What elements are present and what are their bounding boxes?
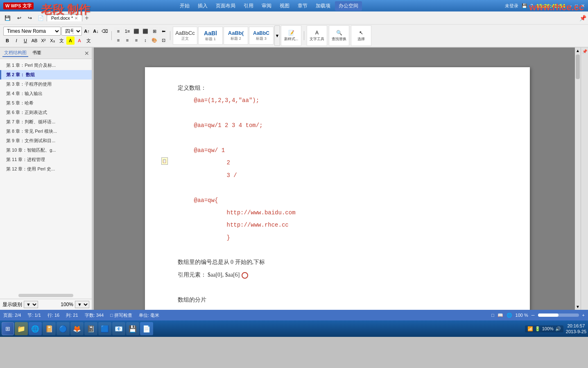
sidebar-item-ch5[interactable]: 第 5 章：哈希 [0,98,92,108]
sidebar-item-ch6[interactable]: 第 6 章：正则表达式 [0,108,92,117]
sidebar-item-ch3[interactable]: 第 3 章：子程序的使用 [0,80,92,89]
undo-btn[interactable]: ↩ [14,14,24,22]
start-icon: ⊞ [5,325,10,332]
superscript-btn[interactable]: X² [39,36,47,45]
style-h2[interactable]: AaBb( 标题 2 [224,27,248,45]
sidebar-header: 文档结构图 书签 ✕ [0,48,92,59]
sidebar-item-ch10[interactable]: 第 10 章：智能匹配、g... [0,145,92,155]
sidebar-close-btn[interactable]: ✕ [84,50,89,57]
menu-reference[interactable]: 引用 [240,1,257,11]
font-size-select[interactable]: 四号 [61,27,82,36]
new-style-group[interactable]: 📝 新样式... [281,25,301,46]
scroll-up-btn[interactable]: ▲ [576,48,580,53]
save-btn[interactable]: 💾 [2,14,14,22]
zoom-slider[interactable] [538,313,579,317]
sidebar-item-ch12[interactable]: 第 12 章：使用 Perl 史... [0,164,92,174]
zoom-dec-btn[interactable]: ─ [531,313,535,318]
taskbar-firefox-icon[interactable]: 🦊 [70,322,84,335]
sidebar-item-ch11[interactable]: 第 11 章：进程管理 [0,155,92,164]
taskbar-blue-icon[interactable]: 🟦 [98,322,111,335]
justify-btn[interactable]: ≡ [132,36,140,44]
level-select[interactable]: ▼ [24,301,38,308]
sidebar-tab-bookmark[interactable]: 书签 [31,49,43,57]
doc-area[interactable]: 📋 定义数组： @aa=(1,2,3,4,"aa"); @aa=qw/1 2 3… [94,48,581,310]
view-web-btn[interactable]: 🌐 [507,313,512,318]
strikethrough-btn[interactable]: AB [30,36,38,45]
align-center-btn[interactable]: ⬛ [141,27,149,35]
font-size-dec-btn[interactable]: A↓ [92,27,100,35]
menu-chapter[interactable]: 章节 [294,1,311,11]
right-pin-icon[interactable]: 📌 [582,49,587,54]
taskbar-browser-icon[interactable]: 🌐 [29,322,42,335]
sidebar-item-ch2[interactable]: 第 2 章： 数组 [0,70,92,80]
zoom-select[interactable]: ▼ [75,301,89,308]
bold-btn[interactable]: B [3,36,11,45]
shading-btn[interactable]: 🎨 [150,36,158,44]
taskbar-circle-icon[interactable]: 🔵 [57,322,70,335]
sidebar-item-ch1[interactable]: 第 1 章：Perl 简介及标... [0,61,92,70]
text-tool-group[interactable]: A 文字工具 [307,25,327,46]
sidebar-tab-structure[interactable]: 文档结构图 [2,49,28,57]
view-normal-btn[interactable]: □ [491,313,494,318]
sidebar-item-ch9[interactable]: 第 9 章：文件测试和目... [0,136,92,145]
menu-layout[interactable]: 页面布局 [212,1,239,11]
style-h3[interactable]: AaBbC 标题 3 [249,27,274,45]
align-center2-btn[interactable]: ≡ [114,36,122,44]
italic-btn[interactable]: I [12,36,20,45]
list-unordered-btn[interactable]: ≡ [114,27,122,35]
indent-dec-btn[interactable]: ⬅ [159,27,167,35]
sidebar-item-ch7[interactable]: 第 7 章：判断、循环语... [0,117,92,127]
zoom-slider-fill [538,313,559,317]
sidebar-item-ch8[interactable]: 第 8 章：常见 Perl 模块... [0,127,92,136]
char-spacing-btn[interactable]: 文 [84,36,93,45]
taskbar-wps-icon[interactable]: 📄 [140,322,153,335]
menu-review[interactable]: 审阅 [258,1,275,11]
underline-btn[interactable]: U [21,36,29,45]
subscript-btn[interactable]: X₂ [48,36,57,45]
font-color-btn[interactable]: A [75,36,84,45]
taskbar-notepad-icon[interactable]: 📔 [43,322,56,335]
style-h1[interactable]: AaBl 标题 1 [198,27,223,45]
table-insert-btn[interactable]: ⊞ [150,27,158,35]
taskbar-onenote-icon[interactable]: 📓 [84,322,97,335]
align-right-btn[interactable]: ≡ [123,36,131,44]
select-group[interactable]: ↖ 选择 [351,25,371,46]
note-indicator: 📋 [161,157,168,165]
menu-office[interactable]: 办公空间 [335,1,362,11]
document-page[interactable]: 📋 定义数组： @aa=(1,2,3,4,"aa"); @aa=qw/1 2 3… [145,67,530,310]
menu-addons[interactable]: 加载项 [312,1,334,11]
para-code1: @aa=(1,2,3,4,"aa"); [194,96,497,105]
menu-view[interactable]: 视图 [276,1,293,11]
taskbar-storage-icon[interactable]: 💾 [126,322,139,335]
list-ordered-btn[interactable]: 1≡ [123,27,131,35]
phonetic-btn[interactable]: 文 [57,36,66,45]
view-reading-btn[interactable]: 📖 [498,313,503,318]
find-replace-group[interactable]: 🔍 查找替换 [329,25,349,46]
zoom-inc-btn[interactable]: + [582,313,585,318]
menu-insert[interactable]: 插入 [194,1,211,11]
font-size-inc-btn[interactable]: A↑ [83,27,91,35]
redo-btn[interactable]: ↪ [25,14,35,22]
scroll-thumb[interactable] [576,55,580,79]
wps-logo[interactable]: W WPS 文字 [3,2,34,9]
titlebar-left: W WPS 文字 [3,2,34,9]
sidebar-item-ch4[interactable]: 第 4 章：输入输出 [0,89,92,98]
save-icon[interactable]: 💾 [522,3,527,9]
menu-home[interactable]: 开始 [176,1,193,11]
pin-icon[interactable]: 📌 [579,15,586,21]
clear-format-btn[interactable]: ⌫ [101,27,109,35]
style-normal[interactable]: AaBbCc 正文 [173,27,197,45]
select-icon: ↖ [359,30,363,36]
align-left-btn[interactable]: ⬛ [132,27,140,35]
scroll-down-btn[interactable]: ▼ [576,304,580,309]
border-btn[interactable]: ⊡ [159,36,167,44]
unit-info: 单位: 毫米 [139,312,159,318]
font-name-select[interactable]: Times New Roma [3,27,61,36]
line-spacing-btn[interactable]: ↕ [141,36,149,44]
start-btn[interactable]: ⊞ [2,322,14,335]
taskbar-mail-icon[interactable]: 📧 [112,322,125,335]
style-expand-btn[interactable]: ▼ [274,25,280,46]
doc-vscroll[interactable]: ▲ ▼ [575,48,581,310]
taskbar-files-icon[interactable]: 📁 [15,322,28,335]
highlight-btn[interactable]: A [66,36,75,45]
